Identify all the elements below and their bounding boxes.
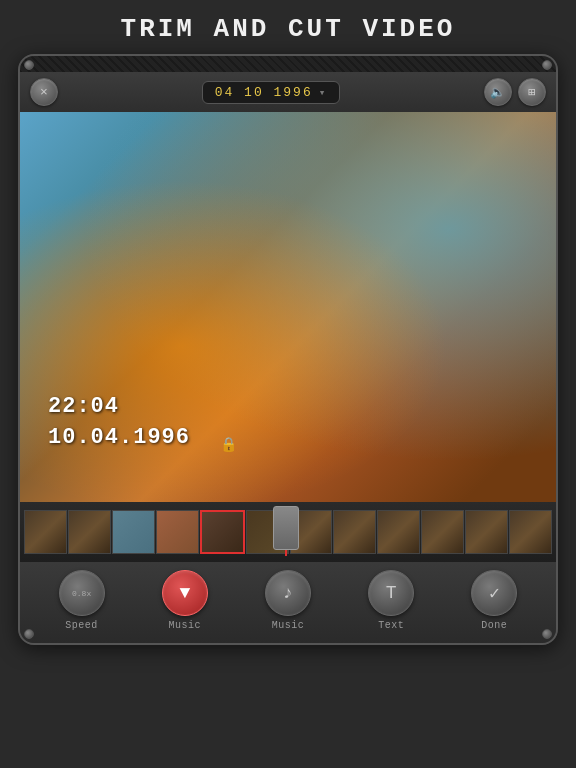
film-frame-5	[200, 510, 245, 554]
expand-icon: ⊞	[528, 85, 535, 100]
film-frame-1	[24, 510, 67, 554]
film-frame-2	[68, 510, 111, 554]
music-button[interactable]: ▼	[162, 570, 208, 616]
volume-icon: 🔈	[490, 85, 505, 100]
bolt-bl	[24, 629, 34, 639]
cut-marker-body	[273, 506, 299, 550]
music-icon: ▼	[179, 583, 190, 603]
audio-icon: ♪	[283, 583, 294, 603]
top-controls: × 04 10 1996 ▾ 🔈 ⊞	[20, 72, 556, 112]
page-title: TRIM AND CUT VIDEO	[121, 14, 456, 44]
audio-control[interactable]: ♪ Music	[265, 570, 311, 631]
speed-badge: 0.8x	[60, 571, 104, 615]
right-controls: 🔈 ⊞	[484, 78, 546, 106]
date-text: 04 10 1996	[215, 85, 313, 100]
video-preview: 22:04 10.04.1996 🔒	[20, 112, 556, 502]
date-display: 04 10 1996 ▾	[202, 81, 341, 104]
film-frame-10	[421, 510, 464, 554]
film-frame-4	[156, 510, 199, 554]
music-label: Music	[169, 620, 202, 631]
vhs-timestamp: 22:04 10.04.1996	[48, 392, 190, 454]
text-icon: T	[386, 583, 397, 603]
leather-bar	[20, 56, 556, 72]
bottom-controls: 0.8x Speed ▼ Music ♪ Music T Text ✓	[20, 562, 556, 643]
film-frame-8	[333, 510, 376, 554]
speed-control[interactable]: 0.8x Speed	[59, 570, 105, 631]
bolt-br	[542, 629, 552, 639]
bolt-tr	[542, 60, 552, 70]
timestamp-date: 10.04.1996	[48, 423, 190, 454]
volume-button[interactable]: 🔈	[484, 78, 512, 106]
film-frame-11	[465, 510, 508, 554]
done-icon: ✓	[489, 582, 500, 604]
lock-icon-video: 🔒	[220, 436, 238, 454]
device-frame: × 04 10 1996 ▾ 🔈 ⊞ 22:04 10.04.1996 🔒	[18, 54, 558, 645]
film-frame-3	[112, 510, 155, 554]
cut-marker-line	[285, 550, 287, 556]
text-button[interactable]: T	[368, 570, 414, 616]
done-label: Done	[481, 620, 507, 631]
audio-label: Music	[272, 620, 305, 631]
chevron-down-icon[interactable]: ▾	[319, 86, 328, 99]
film-frame-9	[377, 510, 420, 554]
music-control[interactable]: ▼ Music	[162, 570, 208, 631]
text-label: Text	[378, 620, 404, 631]
done-control[interactable]: ✓ Done	[471, 570, 517, 631]
speed-button[interactable]: 0.8x	[59, 570, 105, 616]
text-control[interactable]: T Text	[368, 570, 414, 631]
cut-marker[interactable]	[272, 506, 300, 556]
film-frame-12	[509, 510, 552, 554]
done-button[interactable]: ✓	[471, 570, 517, 616]
speed-label: Speed	[65, 620, 98, 631]
expand-button[interactable]: ⊞	[518, 78, 546, 106]
audio-button[interactable]: ♪	[265, 570, 311, 616]
filmstrip	[24, 509, 552, 555]
bolt-tl	[24, 60, 34, 70]
timestamp-time: 22:04	[48, 392, 190, 423]
close-button[interactable]: ×	[30, 78, 58, 106]
timeline-area[interactable]	[20, 502, 556, 562]
